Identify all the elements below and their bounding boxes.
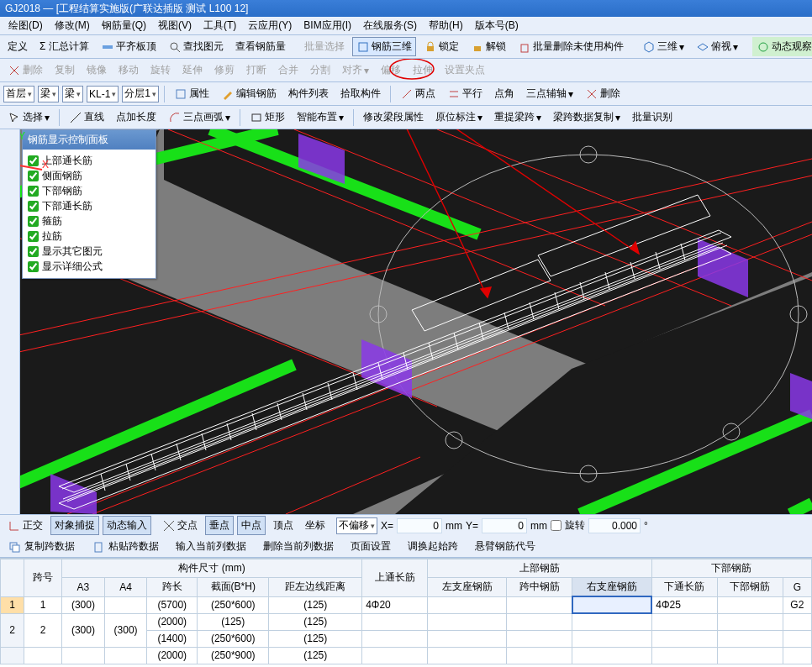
btn-2point[interactable]: 两点 <box>396 84 440 103</box>
cell[interactable]: (125) <box>269 630 362 647</box>
cell[interactable] <box>362 630 428 647</box>
btn-del-axis[interactable]: 删除 <box>581 84 625 103</box>
cell[interactable] <box>572 630 651 647</box>
menu-bim[interactable]: BIM应用(I) <box>298 17 356 34</box>
btn-mod-beam[interactable]: 修改梁段属性 <box>359 108 428 127</box>
dd-member[interactable]: KL-1▾ <box>87 86 119 102</box>
cell[interactable]: 4Φ20 <box>362 596 428 613</box>
btn-copy-spandata[interactable]: 梁跨数据复制▾ <box>549 108 625 127</box>
cell-selected[interactable] <box>572 596 651 613</box>
cell[interactable] <box>783 647 811 664</box>
btn-batch-recog[interactable]: 批量识别 <box>628 108 677 127</box>
col-len[interactable]: 跨长 <box>147 578 198 597</box>
cell[interactable] <box>651 647 717 664</box>
btn-split[interactable]: 分割 <box>306 60 335 80</box>
row-num[interactable] <box>1 647 24 664</box>
snap-osnap[interactable]: 对象捕捉 <box>50 516 99 535</box>
dd-offset[interactable]: 不偏移▾ <box>336 517 377 534</box>
btn-offset[interactable]: 偏移 <box>377 60 405 80</box>
btn-trim[interactable]: 修剪 <box>210 60 239 80</box>
btn-member-list[interactable]: 构件列表 <box>284 84 333 103</box>
btn-pick-member[interactable]: 拾取构件 <box>336 84 385 103</box>
col-leftseat[interactable]: 左支座钢筋 <box>428 578 507 597</box>
cell[interactable] <box>717 613 783 630</box>
chk-other-ele[interactable]: 显示其它图元 <box>28 244 150 259</box>
col-span[interactable]: 跨号 <box>24 559 62 597</box>
rot-checkbox[interactable] <box>551 520 562 531</box>
btn-ptlen[interactable]: 点加长度 <box>112 108 161 127</box>
col-topthru[interactable]: 上通长筋 <box>362 559 428 597</box>
cell[interactable] <box>507 596 572 613</box>
rot-input[interactable] <box>588 518 641 533</box>
chk-bot-thru[interactable]: 下部通长筋 <box>28 199 150 213</box>
table-row[interactable]: 1 1 (300) (5700) (250*600) (125) 4Φ20 4Φ… <box>1 596 812 613</box>
menu-help[interactable]: 帮助(H) <box>424 17 468 34</box>
row-num[interactable]: 1 <box>1 596 24 613</box>
cell[interactable] <box>428 596 507 613</box>
btn-delete[interactable]: 删除 <box>3 60 47 80</box>
btn-mirror[interactable]: 镜像 <box>82 60 111 80</box>
y-input[interactable] <box>482 518 527 533</box>
btn-rotate[interactable]: 旋转 <box>146 60 175 80</box>
btn-input-col[interactable]: 输入当前列数据 <box>171 537 250 556</box>
dd-sub[interactable]: 梁▾ <box>62 86 83 102</box>
menu-online[interactable]: 在线服务(S) <box>358 17 422 34</box>
snap-coord[interactable]: 坐标 <box>301 516 330 535</box>
menu-rebarqty[interactable]: 钢筋量(Q) <box>97 17 151 34</box>
menu-draw[interactable]: 绘图(D) <box>3 17 48 34</box>
menu-view[interactable]: 视图(V) <box>153 17 197 34</box>
btn-define[interactable]: 定义 <box>3 37 32 56</box>
dd-layerlevel[interactable]: 分层1▾ <box>122 86 159 102</box>
col-sect[interactable]: 截面(B*H) <box>198 578 269 597</box>
cell[interactable]: G2 <box>783 596 811 613</box>
checkbox[interactable] <box>28 246 39 257</box>
menu-version[interactable]: 版本号(B) <box>470 17 524 34</box>
btn-topview[interactable]: 俯视▾ <box>692 37 742 56</box>
btn-parallel[interactable]: 平行 <box>443 84 487 103</box>
btn-smart[interactable]: 智能布置▾ <box>293 108 348 127</box>
3d-viewport[interactable]: 钢筋显示控制面板 上部通长筋 侧面钢筋 下部钢筋 下部通长筋 箍筋 拉筋 显示其… <box>0 129 812 514</box>
cell[interactable] <box>572 647 651 664</box>
btn-batch-select[interactable]: 批量选择 <box>300 37 349 56</box>
cell[interactable]: (300) <box>62 613 105 647</box>
btn-find-ele[interactable]: 查找图元 <box>164 37 228 56</box>
dd-floor[interactable]: 首层▾ <box>3 86 34 102</box>
cell[interactable] <box>362 647 428 664</box>
row-num[interactable]: 2 <box>1 613 24 647</box>
btn-paste-span-data[interactable]: 粘贴跨数据 <box>87 537 163 556</box>
cell[interactable]: 2 <box>24 613 62 647</box>
col-edge[interactable]: 距左边线距离 <box>269 578 362 597</box>
col-midspan[interactable]: 跨中钢筋 <box>507 578 572 597</box>
cell[interactable]: (125) <box>269 596 362 613</box>
btn-unlock[interactable]: 解锁 <box>467 37 510 56</box>
cell[interactable]: (2000) <box>147 613 198 630</box>
col-g[interactable]: G <box>783 578 811 597</box>
btn-dyn-view[interactable]: 动态观察 <box>752 37 812 56</box>
cell[interactable]: (5700) <box>147 596 198 613</box>
cell[interactable] <box>651 630 717 647</box>
menu-tools[interactable]: 工具(T) <box>198 17 241 34</box>
btn-pt-angle[interactable]: 点角 <box>490 84 519 103</box>
snap-int[interactable]: 交点 <box>158 516 202 535</box>
cell[interactable]: (250*900) <box>198 647 269 664</box>
btn-edit-rebar[interactable]: 编辑钢筋 <box>217 84 281 103</box>
btn-merge[interactable]: 合并 <box>274 60 303 80</box>
cell[interactable] <box>428 647 507 664</box>
btn-rebar-3d[interactable]: 钢筋三维 <box>352 37 416 56</box>
cell[interactable] <box>24 647 62 664</box>
snap-mid[interactable]: 中点 <box>237 516 266 535</box>
btn-copy-span-data[interactable]: 复制跨数据 <box>3 537 79 556</box>
cell[interactable] <box>62 647 105 664</box>
btn-grip[interactable]: 设置夹点 <box>440 60 489 80</box>
col-rightseat[interactable]: 右支座钢筋 <box>572 578 651 597</box>
btn-pos-label[interactable]: 原位标注▾ <box>431 108 487 127</box>
cell[interactable]: 4Φ25 <box>651 596 717 613</box>
btn-del-col[interactable]: 删除当前列数据 <box>259 537 338 556</box>
chk-bottom[interactable]: 下部钢筋 <box>28 184 150 198</box>
chk-tie[interactable]: 拉筋 <box>28 229 150 244</box>
table-row[interactable]: (2000) (250*900) (125) <box>1 647 812 664</box>
cell[interactable] <box>651 613 717 630</box>
x-input[interactable] <box>397 518 442 533</box>
dd-category[interactable]: 梁▾ <box>38 86 59 102</box>
snap-vert[interactable]: 顶点 <box>269 516 298 535</box>
